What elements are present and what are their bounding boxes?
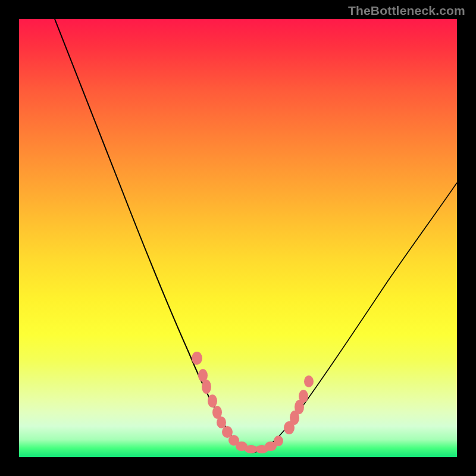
- right-curve: [252, 183, 457, 453]
- chart-frame: TheBottleneck.com: [0, 0, 476, 476]
- dot: [299, 390, 308, 403]
- dot: [304, 375, 314, 387]
- plot-area: [19, 19, 457, 457]
- chart-svg: [19, 19, 457, 457]
- dot: [274, 436, 283, 446]
- watermark-label: TheBottleneck.com: [348, 4, 465, 18]
- left-curve: [55, 19, 252, 453]
- dot: [202, 380, 211, 394]
- dot: [217, 416, 226, 428]
- dot: [192, 352, 202, 365]
- scatter-dots: [192, 352, 314, 453]
- dot: [208, 394, 217, 408]
